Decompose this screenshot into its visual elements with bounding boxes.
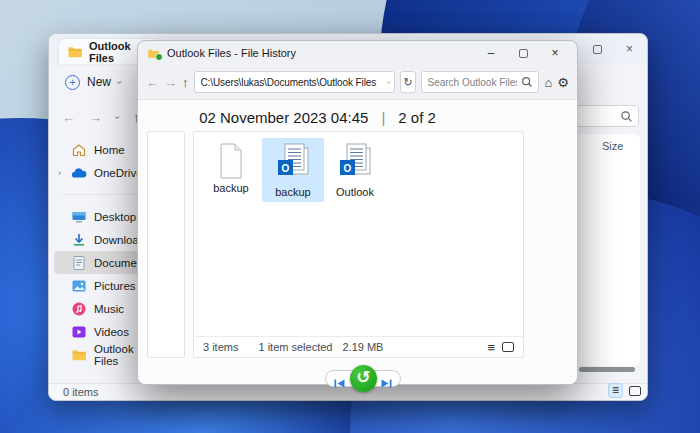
chevron-down-icon[interactable]: › xyxy=(384,81,393,84)
version-header: 02 November 2023 04:45 | 2 of 2 xyxy=(98,109,537,126)
gear-icon[interactable]: ⚙ xyxy=(557,76,569,89)
explorer-sidebar: Home › OneDrive Desktop Downloads Docume… xyxy=(54,138,149,366)
version-divider: | xyxy=(381,109,385,126)
sidebar-item-home[interactable]: Home xyxy=(54,138,149,161)
sidebar-item-label: OneDrive xyxy=(94,167,143,179)
next-version-button[interactable] xyxy=(381,374,392,392)
column-header-size[interactable]: Size xyxy=(602,140,623,152)
address-bar[interactable]: › xyxy=(194,71,395,93)
new-plus-icon: + xyxy=(65,75,80,90)
sidebar-item-videos[interactable]: Videos xyxy=(54,320,149,343)
sidebar-item-label: Videos xyxy=(94,326,129,338)
sidebar-item-music[interactable]: Music xyxy=(54,297,149,320)
svg-text:O: O xyxy=(344,163,352,174)
home-icon[interactable]: ⌂ xyxy=(544,76,552,89)
videos-icon xyxy=(71,324,87,340)
version-position: 2 of 2 xyxy=(398,109,436,126)
sidebar-item-pictures[interactable]: Pictures xyxy=(54,274,149,297)
search-icon xyxy=(620,110,633,123)
close-icon[interactable]: × xyxy=(539,41,571,65)
file-history-window: Outlook Files - File History – × ← → ↑ ›… xyxy=(137,40,578,385)
music-icon xyxy=(71,301,87,317)
minimize-icon[interactable]: – xyxy=(475,41,507,65)
sidebar-item-label: Music xyxy=(94,303,124,315)
file-list: backup O backup xyxy=(200,138,386,202)
sidebar-item-label: Pictures xyxy=(94,280,136,292)
items-panel: backup O backup xyxy=(193,131,524,358)
home-icon xyxy=(71,142,87,158)
total-items: 3 items xyxy=(203,341,238,353)
search-input[interactable] xyxy=(427,77,517,88)
sidebar-item-label: Home xyxy=(94,144,125,156)
document-icon xyxy=(217,143,245,179)
previous-version-button[interactable] xyxy=(334,374,345,392)
desktop: Outlook Files × + New › ← → › ↑ Size Ho xyxy=(0,0,700,433)
file-history-icon xyxy=(147,47,161,59)
chevron-right-icon[interactable]: › xyxy=(58,168,61,178)
pictures-icon xyxy=(71,278,87,294)
file-history-toolbar: ← → ↑ › ↻ ⌂ ⚙ xyxy=(138,65,577,100)
sidebar-item-documents[interactable]: Documents xyxy=(54,251,149,274)
back-icon[interactable]: ← xyxy=(62,110,75,125)
restore-button[interactable]: ↺ xyxy=(350,365,377,392)
sidebar-item-downloads[interactable]: Downloads xyxy=(54,228,149,251)
thumbnail-view-icon[interactable] xyxy=(629,386,641,396)
history-clock-icon xyxy=(155,53,163,61)
details-view-icon[interactable]: ≡ xyxy=(487,341,495,354)
back-icon[interactable]: ← xyxy=(146,75,159,90)
file-history-body: 02 November 2023 04:45 | 2 of 2 backup xyxy=(138,100,577,384)
folder-icon xyxy=(71,347,87,363)
outlook-data-file-icon: O xyxy=(338,143,372,183)
selection-size: 2.19 MB xyxy=(342,341,383,353)
version-date: 02 November 2023 04:45 xyxy=(199,109,368,126)
selection-count: 1 item selected xyxy=(258,341,332,353)
sidebar-item-onedrive[interactable]: › OneDrive xyxy=(54,161,149,184)
horizontal-scrollbar[interactable] xyxy=(579,367,635,372)
outlook-data-file-icon: O xyxy=(276,143,310,183)
sidebar-separator xyxy=(62,194,143,195)
refresh-icon[interactable]: ↻ xyxy=(400,71,417,93)
thumbnail-view-icon[interactable] xyxy=(502,342,514,352)
search-icon xyxy=(521,76,533,88)
desktop-icon xyxy=(71,209,87,225)
onedrive-cloud-icon xyxy=(71,165,87,181)
downloads-icon xyxy=(71,232,87,248)
new-button[interactable]: New xyxy=(87,75,111,89)
forward-icon[interactable]: → xyxy=(164,75,177,90)
address-input[interactable] xyxy=(201,77,388,88)
file-label: Outlook xyxy=(336,186,374,198)
items-status-bar: 3 items 1 item selected 2.19 MB ≡ xyxy=(194,336,523,357)
search-box[interactable] xyxy=(421,71,539,93)
file-item-backup-pst[interactable]: O backup xyxy=(262,138,324,202)
file-history-titlebar[interactable]: Outlook Files - File History – × xyxy=(138,41,577,65)
folder-icon xyxy=(67,44,83,60)
sidebar-item-outlook-files[interactable]: Outlook Files xyxy=(54,343,149,366)
file-label: backup xyxy=(213,182,248,194)
items-count: 0 items xyxy=(63,386,98,398)
file-item-backup-doc[interactable]: backup xyxy=(200,138,262,202)
sidebar-item-label: Desktop xyxy=(94,211,136,223)
svg-text:O: O xyxy=(282,163,290,174)
navigation-pane xyxy=(147,131,185,358)
up-icon[interactable]: ↑ xyxy=(182,75,189,90)
restore-controls: ↺ xyxy=(138,363,577,393)
maximize-icon[interactable] xyxy=(507,41,539,65)
maximize-icon[interactable] xyxy=(593,45,602,54)
chevron-down-icon[interactable]: › xyxy=(114,80,125,83)
file-item-outlook-pst[interactable]: O Outlook xyxy=(324,138,386,202)
documents-icon xyxy=(71,255,87,271)
sidebar-item-desktop[interactable]: Desktop xyxy=(54,205,149,228)
close-icon[interactable]: × xyxy=(626,42,633,56)
window-title: Outlook Files - File History xyxy=(167,47,296,59)
file-label: backup xyxy=(275,186,310,198)
details-view-icon[interactable]: ≡ xyxy=(608,383,623,398)
restore-icon: ↺ xyxy=(356,367,370,388)
